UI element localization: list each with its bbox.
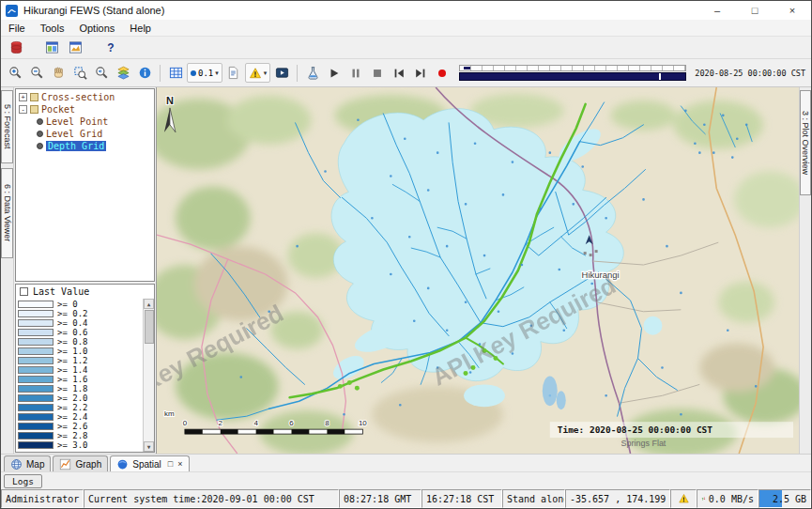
- status-system-time: Current system time:2020-09-01 00:00 CST: [84, 489, 339, 508]
- step-back-button[interactable]: [389, 63, 409, 83]
- status-warning[interactable]: [670, 489, 697, 508]
- legend-label: >= 1.0: [57, 347, 88, 356]
- database-button[interactable]: [6, 38, 26, 57]
- menu-file[interactable]: File: [1, 23, 33, 34]
- legend-label: >= 0: [57, 300, 78, 309]
- window-title: Hikurangi FEWS (Stand alone): [23, 5, 164, 16]
- menu-tools[interactable]: Tools: [33, 23, 72, 34]
- legend-label: >= 1.4: [57, 365, 88, 375]
- map-canvas[interactable]: Hikurangi Springs Flat API Key Required …: [157, 87, 799, 454]
- chevron-down-icon: ▾: [264, 69, 268, 76]
- zoom-in-button[interactable]: [5, 63, 25, 83]
- legend-row: >= 0.4: [18, 318, 143, 328]
- legend-row: >= 0.8: [18, 337, 143, 347]
- tree-item-level-grid[interactable]: Level Grid: [16, 128, 154, 140]
- zoom-out-button[interactable]: [26, 63, 47, 83]
- close-button[interactable]: ×: [774, 1, 811, 20]
- layer-tree: + Cross-section - Pocket Level Point Lev…: [15, 88, 155, 282]
- tab-data-viewer[interactable]: 6 : Data Viewer: [1, 168, 13, 258]
- record-button[interactable]: [432, 63, 452, 83]
- legend-label: >= 0.8: [57, 337, 88, 347]
- interval-value: 0.1: [198, 69, 213, 78]
- zoom-previous-button[interactable]: [91, 63, 112, 83]
- step-forward-button[interactable]: [410, 63, 431, 83]
- pan-button[interactable]: [48, 63, 69, 83]
- grid-icon: [169, 66, 183, 80]
- legend-swatch: [18, 338, 54, 346]
- tab-forecast[interactable]: 5 : Forecast: [1, 90, 13, 163]
- legend-scrollbar[interactable]: ▲ ▼: [143, 299, 154, 452]
- scroll-thumb[interactable]: [145, 310, 154, 344]
- legend-label: >= 1.2: [57, 356, 88, 365]
- collapse-minus-icon[interactable]: -: [19, 105, 27, 114]
- timeline-track[interactable]: [459, 65, 686, 71]
- legend-label: >= 2.6: [57, 422, 88, 431]
- timeline-marker[interactable]: [464, 67, 470, 69]
- minimize-button[interactable]: –: [698, 1, 736, 20]
- view-tab-bar: Map Graph Spatial □ ×: [1, 454, 811, 471]
- restore-pane-icon[interactable]: □: [168, 459, 173, 469]
- zoom-in-icon: [8, 66, 23, 80]
- play-button[interactable]: [324, 63, 345, 83]
- tree-item-label-selected: Depth Grid: [46, 141, 106, 151]
- explorer-button[interactable]: [41, 38, 62, 57]
- legend-row: >= 2.6: [18, 422, 143, 431]
- area-label: Springs Flat: [621, 439, 666, 448]
- scroll-up-icon[interactable]: ▲: [144, 299, 154, 309]
- display-window-button[interactable]: [65, 38, 85, 57]
- animation-export-button[interactable]: [271, 63, 292, 83]
- chevron-down-icon: ▾: [215, 69, 219, 76]
- tree-item-pocket[interactable]: - Pocket: [16, 103, 154, 116]
- legend-label: >= 1.8: [57, 384, 88, 393]
- warning-dropdown[interactable]: ▾: [245, 63, 271, 83]
- tab-plot-overview[interactable]: 3 : Plot Overview: [800, 90, 811, 195]
- document-button[interactable]: [223, 63, 244, 83]
- stop-icon: [371, 67, 384, 80]
- tab-spatial[interactable]: Spatial □ ×: [110, 455, 189, 471]
- legend-row: >= 2.4: [18, 412, 143, 422]
- memory-value: 2.5 GB: [773, 494, 806, 504]
- tab-graph[interactable]: Graph: [53, 455, 108, 471]
- legend-swatch: [18, 404, 54, 411]
- layers-button[interactable]: [113, 63, 133, 83]
- last-value-checkbox[interactable]: [20, 287, 28, 296]
- help-button[interactable]: ?: [100, 38, 121, 57]
- legend-swatch: [18, 357, 54, 364]
- database-icon: [9, 40, 23, 54]
- legend-row: >= 1.0: [18, 347, 143, 356]
- logs-button[interactable]: Logs: [4, 474, 42, 488]
- svg-text:8: 8: [325, 419, 329, 427]
- profile-tool-button[interactable]: [302, 63, 323, 83]
- tree-item-cross-section[interactable]: + Cross-section: [16, 91, 154, 103]
- expand-plus-icon[interactable]: +: [19, 93, 27, 101]
- status-bar: Administrator Current system time:2020-0…: [1, 489, 811, 508]
- info-button[interactable]: [134, 63, 155, 83]
- tree-item-depth-grid[interactable]: Depth Grid: [16, 140, 154, 152]
- legend-swatch: [18, 301, 54, 308]
- legend-swatch: [18, 319, 54, 327]
- tree-item-level-point[interactable]: Level Point: [16, 116, 154, 128]
- zoom-box-button[interactable]: [69, 63, 90, 83]
- scroll-down-icon[interactable]: ▼: [144, 441, 154, 452]
- legend-label: >= 2.2: [57, 403, 88, 412]
- legend-rows: >= 0>= 0.2>= 0.4>= 0.6>= 0.8>= 1.0>= 1.2…: [16, 299, 143, 452]
- layer-node-icon: [37, 131, 43, 137]
- flask-icon: [306, 66, 320, 80]
- interval-dropdown[interactable]: 0.1 ▾: [187, 63, 222, 83]
- toolbar-separator: [297, 65, 298, 82]
- menu-help[interactable]: Help: [122, 23, 159, 34]
- menu-options[interactable]: Options: [71, 23, 122, 34]
- maximize-button[interactable]: □: [736, 1, 774, 20]
- timeline-slider[interactable]: [459, 65, 686, 81]
- grid-display-button[interactable]: [165, 63, 186, 83]
- tab-map[interactable]: Map: [4, 455, 51, 471]
- legend-swatch: [18, 329, 54, 336]
- legend-body: >= 0>= 0.2>= 0.4>= 0.6>= 0.8>= 1.0>= 1.2…: [16, 299, 154, 452]
- close-pane-icon[interactable]: ×: [177, 459, 182, 469]
- timeline-range-bar[interactable]: [459, 72, 686, 81]
- zoom-box-icon: [73, 66, 87, 80]
- stop-button[interactable]: [367, 63, 388, 83]
- tab-map-label: Map: [26, 459, 44, 470]
- pause-button[interactable]: [345, 63, 366, 83]
- legend-swatch: [18, 366, 54, 374]
